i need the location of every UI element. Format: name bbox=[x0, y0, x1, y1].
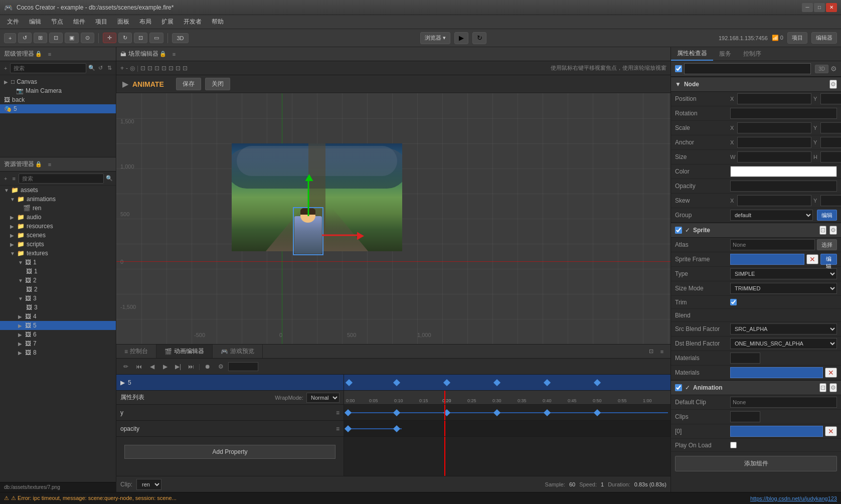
3d-btn[interactable]: 3D bbox=[172, 33, 188, 43]
kf-5-5[interactable] bbox=[594, 379, 601, 386]
kf-op-0[interactable] bbox=[345, 425, 352, 432]
node-settings-icon[interactable]: ⚙ bbox=[830, 65, 837, 73]
clip-0-input[interactable]: ren bbox=[730, 426, 823, 437]
asset-item-tex-8[interactable]: ▶ 🖼 8 bbox=[0, 348, 116, 357]
clip-select[interactable]: ren bbox=[136, 479, 161, 490]
menu-layout[interactable]: 布局 bbox=[134, 16, 156, 28]
asset-item-assets[interactable]: ▼ 📁 assets bbox=[0, 186, 116, 195]
add-hierarchy-btn[interactable]: + bbox=[2, 64, 9, 72]
size-w-input[interactable]: 459 bbox=[737, 151, 811, 162]
asset-item-tex-6[interactable]: ▶ 🖼 6 bbox=[0, 330, 116, 339]
maximize-btn[interactable]: □ bbox=[814, 3, 825, 12]
menu-file[interactable]: 文件 bbox=[2, 16, 24, 28]
refresh-hierarchy-icon[interactable]: ↺ bbox=[97, 64, 105, 73]
kf-5-0[interactable] bbox=[346, 379, 353, 386]
asset-menu-icon[interactable]: ≡ bbox=[45, 160, 54, 169]
kf-op-1[interactable] bbox=[393, 425, 400, 432]
skew-y-input[interactable]: 0 bbox=[820, 195, 841, 206]
move-arrow-right[interactable] bbox=[322, 234, 357, 236]
project-settings-btn[interactable]: 项目 bbox=[787, 32, 807, 44]
animate-save-btn[interactable]: 保存 bbox=[176, 78, 201, 90]
kf-y-5[interactable] bbox=[594, 409, 601, 416]
hierarchy-search[interactable] bbox=[10, 63, 86, 73]
anchor-y-input[interactable]: 0.5 bbox=[820, 137, 841, 148]
search-icon[interactable]: 🔍 bbox=[87, 64, 95, 73]
clips-count-input[interactable]: 1 bbox=[730, 411, 760, 422]
materials-clear-btn[interactable]: ✕ bbox=[825, 368, 837, 378]
node-settings-btn[interactable]: ⚙ bbox=[829, 80, 837, 89]
src-blend-select[interactable]: SRC_ALPHA bbox=[730, 323, 837, 334]
asset-item-scenes[interactable]: ▶ 📁 scenes bbox=[0, 231, 116, 240]
tool4[interactable]: ⊡ bbox=[161, 65, 166, 72]
track-y-menu-icon[interactable]: ≡ bbox=[336, 409, 340, 416]
asset-item-audio[interactable]: ▶ 📁 audio bbox=[0, 213, 116, 222]
rotation-input[interactable]: 0 bbox=[730, 108, 837, 119]
rotate-btn[interactable]: ↻ bbox=[118, 33, 132, 43]
kf-y-1[interactable] bbox=[393, 409, 400, 416]
anim-prev-btn[interactable]: ◀ bbox=[146, 361, 157, 372]
type-select[interactable]: SIMPLE bbox=[730, 268, 837, 279]
sprite-frame-input[interactable]: 5 bbox=[730, 254, 804, 265]
asset-item-ren[interactable]: 🎬 ren bbox=[0, 204, 116, 213]
scene-menu-icon[interactable]: ≡ bbox=[170, 50, 179, 59]
anim-expand-icon[interactable]: ⊡ bbox=[646, 347, 655, 356]
prop-tab-inspector[interactable]: 属性检查器 bbox=[671, 47, 713, 61]
prop-tab-service[interactable]: 服务 bbox=[713, 47, 737, 61]
grid-btn[interactable]: ⊞ bbox=[34, 33, 47, 43]
asset-item-animations[interactable]: ▼ 📁 animations bbox=[0, 195, 116, 204]
menu-edit[interactable]: 编辑 bbox=[24, 16, 46, 28]
asset-item-tex-7[interactable]: ▶ 🖼 7 bbox=[0, 339, 116, 348]
scene-canvas[interactable]: 1,500 1,000 500 0 -1,500 -500 0 500 1,00… bbox=[116, 93, 670, 344]
pos-y-input[interactable]: 173.9620056 bbox=[820, 93, 841, 104]
asset-item-tex-1-1[interactable]: 🖼1 bbox=[0, 267, 116, 276]
anim-record-btn[interactable]: ⏺ bbox=[202, 361, 213, 372]
undo-btn[interactable]: ↺ bbox=[18, 33, 32, 43]
asset-item-tex-4[interactable]: ▶ 🖼 4 bbox=[0, 312, 116, 321]
opacity-input[interactable]: 255 bbox=[730, 181, 837, 192]
checkbox-active[interactable] bbox=[675, 65, 682, 72]
hier-node-back[interactable]: 🖼 back bbox=[0, 95, 116, 104]
prop-tab-control[interactable]: 控制序 bbox=[737, 47, 767, 61]
add-asset-btn[interactable]: + bbox=[2, 175, 9, 183]
refresh-btn[interactable]: ↻ bbox=[472, 32, 486, 44]
close-btn[interactable]: ✕ bbox=[826, 3, 837, 12]
track-opacity-menu-icon[interactable]: ≡ bbox=[336, 425, 340, 432]
node-id-input[interactable]: 5 bbox=[684, 63, 811, 74]
blog-link[interactable]: https://blog.csdn.net/u/judykang123 bbox=[750, 495, 837, 501]
sprite-enabled[interactable] bbox=[675, 227, 682, 234]
menu-project[interactable]: 项目 bbox=[90, 16, 112, 28]
hier-node-canvas[interactable]: ▶ □ Canvas bbox=[0, 77, 116, 86]
node-section-header[interactable]: ▼ Node ⚙ bbox=[671, 77, 841, 92]
sprite-section-header[interactable]: ✓ Sprite ⊡ ⚙ bbox=[671, 223, 841, 238]
zoom-in-icon[interactable]: + bbox=[120, 65, 124, 72]
sprite-settings-btn[interactable]: ⚙ bbox=[829, 226, 837, 235]
asset-item-tex-3[interactable]: ▼ 🖼 3 bbox=[0, 294, 116, 303]
asset-item-scripts[interactable]: ▶ 📁 scripts bbox=[0, 240, 116, 249]
skew-x-input[interactable]: 0 bbox=[737, 195, 811, 206]
zoom-fit-icon[interactable]: ◎ bbox=[130, 65, 135, 72]
asset-item-tex-1[interactable]: ▼ 🖼 1 bbox=[0, 258, 116, 267]
anim-enabled[interactable] bbox=[675, 384, 682, 391]
add-component-btn[interactable]: 添加组件 bbox=[675, 456, 837, 471]
tool7[interactable]: ⊡ bbox=[183, 65, 188, 72]
zoom-out-icon[interactable]: - bbox=[126, 65, 128, 72]
kf-y-3[interactable] bbox=[493, 409, 500, 416]
anim-section-settings[interactable]: ⚙ bbox=[829, 383, 837, 392]
asset-search[interactable] bbox=[19, 174, 104, 184]
snap-btn[interactable]: ⊡ bbox=[49, 33, 63, 43]
tab-console[interactable]: ≡ 控制台 bbox=[116, 345, 156, 358]
kf-y-4[interactable] bbox=[544, 409, 551, 416]
anim-play-btn[interactable]: ▶ bbox=[159, 361, 171, 372]
kf-5-2[interactable] bbox=[443, 379, 450, 386]
asset-item-textures[interactable]: ▼ 📁 textures bbox=[0, 249, 116, 258]
asset-item-tex-2[interactable]: ▼ 🖼 2 bbox=[0, 276, 116, 285]
color-swatch[interactable] bbox=[730, 166, 837, 177]
menu-component[interactable]: 组件 bbox=[68, 16, 90, 28]
anim-first-btn[interactable]: ⏮ bbox=[133, 361, 144, 372]
minimize-btn[interactable]: ─ bbox=[802, 3, 813, 12]
editor-settings-btn[interactable]: 编辑器 bbox=[811, 32, 837, 44]
tab-animation-editor[interactable]: 🎬 动画编辑器 bbox=[156, 345, 213, 358]
menu-panel[interactable]: 面板 bbox=[112, 16, 134, 28]
sf-clear-btn[interactable]: ✕ bbox=[806, 254, 818, 264]
scale-btn[interactable]: ⊡ bbox=[134, 33, 147, 43]
